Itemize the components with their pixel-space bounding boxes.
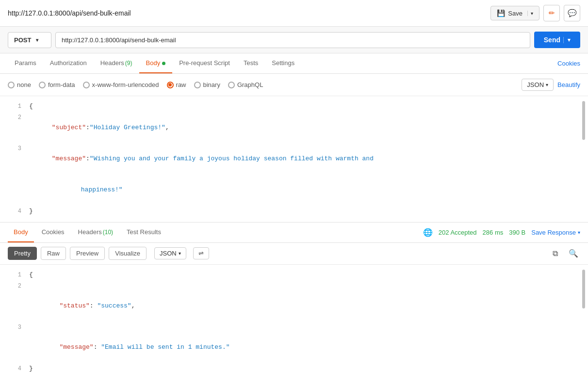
- body-type-form-data-label: form-data: [48, 81, 75, 88]
- resp-tab-cookies[interactable]: Cookies: [36, 222, 70, 242]
- body-type-graphql-label: GraphQL: [237, 81, 263, 88]
- line-num-1: 1: [8, 102, 21, 111]
- resp-code-content-1: {: [29, 270, 580, 280]
- resp-tab-test-results[interactable]: Test Results: [121, 222, 167, 242]
- radio-form-data-circle: [39, 82, 46, 88]
- body-type-bar: none form-data x-www-form-urlencoded raw…: [0, 74, 588, 96]
- response-json-chevron-icon: ▾: [179, 251, 181, 256]
- line-num-2: 2: [8, 113, 21, 122]
- body-type-graphql[interactable]: GraphQL: [228, 81, 263, 88]
- body-type-urlencoded[interactable]: x-www-form-urlencoded: [83, 81, 159, 88]
- resp-line-num-3: 3: [8, 323, 21, 332]
- body-type-form-data[interactable]: form-data: [39, 81, 75, 88]
- code-content-3: "message":"Wishing you and your family a…: [29, 144, 580, 174]
- resp-code-line-4: 4 }: [0, 363, 588, 375]
- request-tabs-bar: Params Authorization Headers(9) Body Pre…: [0, 53, 588, 74]
- save-response-label: Save Response: [531, 229, 576, 236]
- response-size: 390 B: [509, 229, 525, 236]
- headers-badge: (9): [125, 60, 132, 67]
- format-pretty-button[interactable]: Pretty: [8, 247, 37, 260]
- resp-code-line-1: 1 {: [0, 270, 588, 281]
- send-button[interactable]: Send ▾: [534, 32, 580, 48]
- radio-none-circle: [8, 82, 15, 88]
- url-input[interactable]: [55, 32, 530, 48]
- filter-button[interactable]: ⇌: [193, 247, 209, 259]
- response-tabs-bar: Body Cookies Headers(10) Test Results 🌐 …: [0, 222, 588, 243]
- format-raw-button[interactable]: Raw: [41, 247, 66, 260]
- line-num-3b: [8, 175, 21, 176]
- code-line-3: 3 "message":"Wishing you and your family…: [0, 143, 588, 174]
- response-scrollbar[interactable]: [582, 270, 585, 308]
- resp-tab-body[interactable]: Body: [8, 222, 34, 242]
- body-type-binary-label: binary: [203, 81, 220, 88]
- request-code-editor[interactable]: 1 { 2 "subject":"Holiday Greetings!", 3 …: [0, 96, 588, 222]
- code-content-1: {: [29, 102, 580, 112]
- edit-button[interactable]: ✏: [543, 5, 560, 21]
- response-code-editor[interactable]: 1 { 2 "status": "success", 3 "message": …: [0, 265, 588, 376]
- beautify-button[interactable]: Beautify: [557, 81, 580, 88]
- copy-icon: ⧉: [553, 249, 558, 258]
- filter-icon: ⇌: [198, 250, 204, 257]
- edit-icon: ✏: [549, 9, 555, 17]
- body-type-binary[interactable]: binary: [194, 81, 220, 88]
- response-json-select[interactable]: JSON ▾: [154, 247, 186, 259]
- tab-pre-request[interactable]: Pre-request Script: [172, 53, 237, 73]
- body-active-dot: [162, 62, 165, 65]
- tab-authorization[interactable]: Authorization: [43, 53, 94, 73]
- code-line-4: 4 }: [0, 206, 588, 217]
- code-line-1: 1 {: [0, 101, 588, 112]
- response-section: Body Cookies Headers(10) Test Results 🌐 …: [0, 222, 588, 376]
- copy-button[interactable]: ⧉: [548, 247, 562, 260]
- search-button[interactable]: 🔍: [567, 247, 580, 260]
- body-type-none-label: none: [17, 81, 31, 88]
- save-response-chevron-icon: ▾: [578, 230, 580, 235]
- tab-body[interactable]: Body: [139, 53, 173, 73]
- tab-tests[interactable]: Tests: [237, 53, 265, 73]
- format-visualize-button[interactable]: Visualize: [109, 247, 147, 260]
- tab-params[interactable]: Params: [8, 53, 43, 73]
- resp-code-line-2: 2 "status": "success",: [0, 281, 588, 322]
- save-label: Save: [508, 10, 523, 17]
- resp-code-content-2: "status": "success",: [29, 281, 580, 322]
- code-line-3b: happiness!": [0, 175, 588, 206]
- send-label: Send: [544, 36, 560, 44]
- response-format-bar: Pretty Raw Preview Visualize JSON ▾ ⇌ ⧉ …: [0, 243, 588, 265]
- save-response-button[interactable]: Save Response ▾: [531, 229, 580, 236]
- comment-button[interactable]: 💬: [564, 5, 580, 21]
- top-url: http://127.0.0.1:8000/api/send-bulk-emai…: [8, 9, 131, 17]
- radio-urlencoded-circle: [83, 82, 90, 88]
- top-bar: http://127.0.0.1:8000/api/send-bulk-emai…: [0, 0, 588, 27]
- body-type-right: JSON ▾ Beautify: [522, 79, 580, 91]
- request-bar: POST ▾ Send ▾: [0, 27, 588, 53]
- response-json-label: JSON: [160, 250, 177, 257]
- response-meta: 🌐 202 Accepted 286 ms 390 B Save Respons…: [423, 228, 580, 237]
- method-label: POST: [14, 36, 31, 44]
- body-type-raw[interactable]: raw: [167, 81, 186, 88]
- editor-scrollbar[interactable]: [582, 101, 585, 140]
- json-select[interactable]: JSON ▾: [522, 79, 554, 91]
- cookies-link[interactable]: Cookies: [557, 54, 580, 73]
- line-num-4: 4: [8, 206, 21, 216]
- json-select-label: JSON: [527, 81, 544, 88]
- format-preview-button[interactable]: Preview: [70, 247, 105, 260]
- code-line-2: 2 "subject":"Holiday Greetings!",: [0, 112, 588, 143]
- resp-line-num-4: 4: [8, 364, 21, 374]
- save-chevron-icon: ▾: [527, 11, 533, 16]
- resp-code-line-3: 3 "message": "Email will be sent in 1 mi…: [0, 322, 588, 363]
- tab-settings[interactable]: Settings: [265, 53, 301, 73]
- body-type-urlencoded-label: x-www-form-urlencoded: [92, 81, 159, 88]
- save-button[interactable]: 💾 Save ▾: [490, 6, 539, 20]
- resp-tab-headers[interactable]: Headers(10): [72, 222, 119, 242]
- method-select[interactable]: POST ▾: [8, 32, 51, 48]
- json-chevron-icon: ▾: [546, 82, 548, 87]
- response-time: 286 ms: [483, 229, 504, 236]
- response-icons: ⧉ 🔍: [548, 247, 580, 260]
- search-icon: 🔍: [569, 249, 578, 258]
- resp-line-num-2: 2: [8, 281, 21, 291]
- tab-headers[interactable]: Headers(9): [94, 53, 139, 73]
- radio-binary-circle: [194, 82, 201, 88]
- globe-icon: 🌐: [423, 228, 433, 237]
- resp-headers-badge: (10): [103, 229, 113, 236]
- code-content-4: }: [29, 206, 580, 217]
- body-type-none[interactable]: none: [8, 81, 31, 88]
